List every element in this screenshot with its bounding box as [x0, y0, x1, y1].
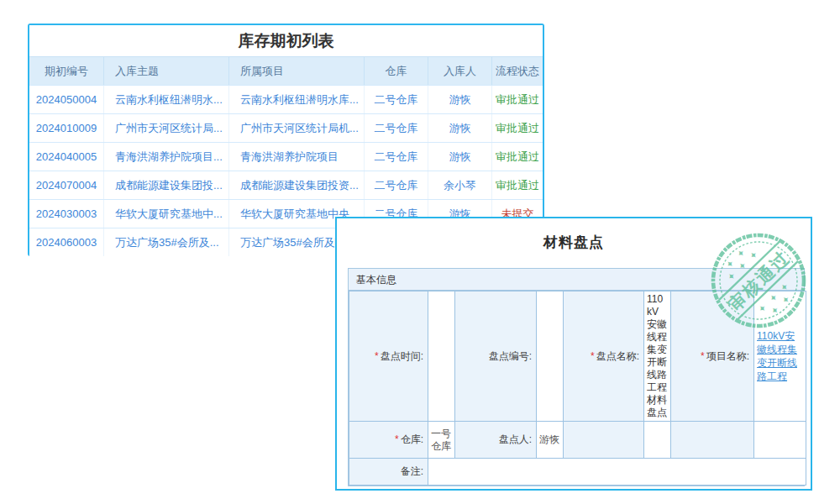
warehouse-label: *仓库:: [349, 422, 428, 459]
person-cell: 余小琴: [428, 171, 492, 199]
table-row: 2024040005 青海洪湖养护院项目... 青海洪湖养护院项目 二号仓库 游…: [29, 142, 543, 171]
status-badge: 审批通过: [492, 171, 543, 199]
project-cell: 成都能源建设集团投资...: [229, 171, 365, 199]
project-cell: 青海洪湖养护院项目: [229, 143, 365, 171]
remark-value: [428, 459, 806, 486]
subject-cell: 万达广场35#会所及...: [104, 228, 229, 256]
opening-id-link[interactable]: 2024060003: [29, 228, 104, 256]
person-cell: 游恢: [428, 143, 492, 171]
check-no-label: 盘点编号:: [455, 291, 537, 422]
check-time-value: [428, 291, 455, 422]
field-label-text: 盘点名称:: [596, 350, 639, 362]
check-time-label: *盘点时间:: [349, 291, 428, 422]
subject-cell: 广州市天河区统计局...: [104, 114, 229, 142]
subject-cell: 华软大厦研究基地中...: [104, 200, 229, 228]
screen: 库存期初列表 期初编号 入库主题 所属项目 仓库 入库人 流程状态 202405…: [0, 0, 840, 504]
opening-id-link[interactable]: 2024030003: [29, 200, 104, 228]
remark-label: 备注:: [349, 459, 428, 486]
table-row: 2024070004 成都能源建设集团投... 成都能源建设集团投资... 二号…: [29, 171, 543, 199]
table-row: 2024050004 云南水利枢纽潜明水... 云南水利枢纽潜明水库... 二号…: [29, 85, 543, 113]
field-label-text: 盘点时间:: [381, 350, 423, 362]
column-header-warehouse: 仓库: [365, 57, 428, 85]
field-label-text: 备注:: [401, 465, 423, 477]
status-badge: 审批通过: [492, 114, 543, 142]
field-label-text: 仓库:: [401, 433, 423, 445]
basic-info-section: 基本信息 *盘点时间: 盘点编号: *盘点名称: 110kV安徽线程集变开断线路…: [348, 268, 805, 486]
table-header-row: 期初编号 入库主题 所属项目 仓库 入库人 流程状态: [29, 56, 543, 85]
status-badge: 审批通过: [492, 143, 543, 171]
warehouse-value: 一号仓库: [428, 422, 455, 459]
opening-id-link[interactable]: 2024010009: [29, 114, 104, 142]
check-name-value: 110kV安徽线程集变开断线路工程材料盘点: [644, 291, 671, 422]
field-label-text: 项目名称:: [706, 350, 749, 362]
column-header-status: 流程状态: [492, 57, 543, 85]
required-asterisk: *: [395, 433, 399, 445]
required-asterisk: *: [375, 350, 379, 362]
check-name-label: *盘点名称:: [564, 291, 644, 422]
basic-info-form: *盘点时间: 盘点编号: *盘点名称: 110kV安徽线程集变开断线路工程材料盘…: [349, 291, 806, 486]
column-header-subject: 入库主题: [104, 57, 229, 85]
warehouse-cell: 二号仓库: [365, 86, 428, 113]
opening-id-link[interactable]: 2024050004: [29, 86, 104, 113]
opening-id-link[interactable]: 2024040005: [29, 143, 104, 171]
project-cell: 云南水利枢纽潜明水库...: [229, 86, 365, 113]
warehouse-cell: 二号仓库: [365, 171, 428, 199]
field-label-text: 盘点编号:: [489, 350, 532, 362]
empty-value-cell: [754, 422, 806, 459]
status-badge: 审批通过: [492, 86, 543, 113]
subject-cell: 成都能源建设集团投...: [104, 171, 229, 199]
column-header-person: 入库人: [428, 57, 492, 85]
empty-label-cell: [564, 422, 644, 459]
field-label-text: 盘点人:: [499, 433, 532, 445]
page-title: 库存期初列表: [29, 25, 543, 56]
empty-value-cell: [644, 422, 671, 459]
project-link[interactable]: 110kV安徽线程集变开断线路工程: [757, 329, 803, 383]
required-asterisk: *: [701, 350, 705, 362]
checker-value: 游恢: [537, 422, 564, 459]
material-stocktaking-dialog: 材料盘点 基本信息 *盘点时间: 盘点编号: *盘点名称: 110kV安徽线程集…: [335, 217, 812, 491]
column-header-opening-id: 期初编号: [29, 57, 104, 85]
subject-cell: 青海洪湖养护院项目...: [104, 143, 229, 171]
checker-label: 盘点人:: [455, 422, 537, 459]
column-header-project: 所属项目: [229, 57, 365, 85]
project-name-label: *项目名称:: [671, 291, 754, 422]
person-cell: 游恢: [428, 86, 492, 113]
person-cell: 游恢: [428, 114, 492, 142]
warehouse-cell: 二号仓库: [365, 143, 428, 171]
dialog-title: 材料盘点: [337, 233, 811, 252]
warehouse-cell: 二号仓库: [365, 114, 428, 142]
required-asterisk: *: [591, 350, 595, 362]
project-name-cell: 110kV安徽线程集变开断线路工程: [754, 291, 806, 422]
empty-label-cell: [671, 422, 754, 459]
subject-cell: 云南水利枢纽潜明水...: [104, 86, 229, 113]
project-cell: 广州市天河区统计局机...: [229, 114, 365, 142]
opening-id-link[interactable]: 2024070004: [29, 171, 104, 199]
section-header: 基本信息: [349, 269, 804, 291]
check-no-value: [537, 291, 564, 422]
table-row: 2024010009 广州市天河区统计局... 广州市天河区统计局机... 二号…: [29, 113, 543, 142]
